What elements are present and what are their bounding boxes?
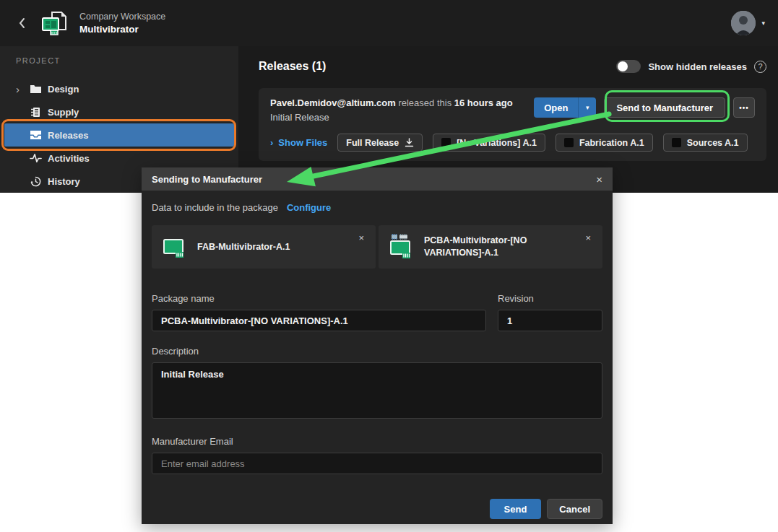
fab-package-card: FAB-Multivibrator-A.1 × — [152, 225, 376, 269]
send-button[interactable]: Send — [490, 499, 542, 519]
sidebar-item-releases[interactable]: Releases — [4, 123, 234, 147]
fab-package-name: FAB-Multivibrator-A.1 — [197, 241, 314, 253]
more-actions-button[interactable]: ••• — [733, 97, 755, 118]
help-icon[interactable]: ? — [754, 61, 766, 73]
activity-icon — [29, 152, 42, 164]
manufacturer-email-label: Manufacturer Email — [152, 436, 602, 447]
revision-label: Revision — [498, 293, 602, 304]
package-cards: FAB-Multivibrator-A.1 × — [152, 225, 602, 269]
release-meta: Pavel.Demidov@altium.com released this 1… — [270, 97, 534, 123]
fab-board-icon — [162, 234, 188, 260]
revision-input[interactable] — [498, 310, 602, 331]
dialog-title: Sending to Manufacturer — [152, 174, 596, 185]
manufacturer-email-input[interactable] — [152, 453, 602, 474]
toggle-knob — [618, 61, 628, 71]
chevron-right-icon: › — [270, 137, 273, 148]
open-split-button: Open ▾ — [534, 97, 596, 118]
cancel-button[interactable]: Cancel — [547, 499, 602, 519]
page-header: Releases (1) Show hidden releases ? — [259, 58, 766, 75]
screenshot-stage: Company Workspace Multivibrator ▾ PROJEC… — [0, 0, 778, 532]
release-file-chips: Full Release [No Variations] A.1 Fabrica… — [337, 134, 747, 152]
inbox-icon — [29, 129, 42, 141]
pcba-package-name: PCBA-Multivibrator-[NO VARIATIONS]-A.1 — [424, 235, 592, 259]
show-files-label: Show Files — [278, 137, 327, 148]
no-variations-chip[interactable]: [No Variations] A.1 — [433, 134, 545, 152]
release-actions: Open ▾ Send to Manufacturer ••• — [534, 97, 755, 118]
send-to-manufacturer-button[interactable]: Send to Manufacturer — [604, 97, 725, 118]
sidebar-item-design[interactable]: › Design — [0, 77, 238, 100]
revision-field-group: Revision — [498, 269, 602, 331]
remove-pcba-package-icon[interactable]: × — [585, 232, 591, 243]
back-button[interactable] — [13, 14, 30, 32]
hidden-releases-control: Show hidden releases ? — [616, 60, 766, 73]
package-name-label: Package name — [152, 293, 486, 304]
sidebar-item-label: Releases — [48, 130, 88, 141]
data-include-label: Data to include in the package — [152, 202, 278, 213]
open-button[interactable]: Open — [534, 97, 578, 118]
download-icon — [405, 138, 414, 147]
board-icon — [564, 138, 574, 147]
name-revision-row: Package name Revision — [152, 269, 602, 331]
full-release-chip[interactable]: Full Release — [337, 134, 423, 152]
chip-icon — [29, 106, 42, 118]
pcba-package-card: PCBA-Multivibrator-[NO VARIATIONS]-A.1 × — [379, 225, 602, 269]
sidebar-item-activities[interactable]: Activities — [0, 147, 238, 170]
full-release-label: Full Release — [346, 138, 399, 148]
sources-label: Sources A.1 — [687, 138, 739, 148]
project-icon — [40, 9, 69, 37]
release-description: Initial Release — [270, 112, 534, 123]
board-icon — [672, 138, 681, 147]
workspace-name: Company Workspace — [79, 11, 165, 23]
fabrication-label: Fabrication A.1 — [579, 138, 644, 148]
dialog-header: Sending to Manufacturer × — [142, 167, 613, 191]
show-files-link[interactable]: › Show Files — [270, 137, 327, 148]
board-icon — [441, 138, 451, 147]
sidebar-item-label: Design — [48, 84, 79, 95]
sending-to-manufacturer-dialog: Sending to Manufacturer × Data to includ… — [142, 167, 613, 524]
release-time: 16 hours ago — [454, 97, 513, 108]
release-byline-text: released this — [398, 97, 451, 108]
release-files-row: › Show Files Full Release [No Variations… — [270, 134, 755, 152]
expand-chevron-icon[interactable]: › — [16, 83, 29, 95]
chevron-left-icon — [18, 17, 25, 29]
description-textarea[interactable]: Initial Release — [152, 362, 602, 419]
folder-icon — [29, 83, 42, 95]
app-window: Company Workspace Multivibrator ▾ PROJEC… — [0, 0, 778, 193]
release-card: Pavel.Demidov@altium.com released this 1… — [259, 88, 766, 161]
top-bar: Company Workspace Multivibrator ▾ — [0, 0, 778, 46]
page-title: Releases (1) — [259, 60, 326, 73]
fabrication-chip[interactable]: Fabrication A.1 — [556, 134, 653, 152]
sidebar-item-label: Supply — [48, 107, 79, 118]
dialog-body: Data to include in the package Configure… — [142, 191, 613, 519]
remove-fab-package-icon[interactable]: × — [358, 232, 364, 243]
project-name: Multivibrator — [79, 23, 165, 36]
sidebar-item-label: History — [48, 176, 80, 187]
release-card-header: Pavel.Demidov@altium.com released this 1… — [270, 97, 755, 123]
package-name-input[interactable] — [152, 310, 486, 331]
data-include-row: Data to include in the package Configure — [152, 202, 602, 213]
user-avatar[interactable] — [731, 11, 756, 35]
history-clock-icon — [29, 175, 42, 187]
package-name-field-group: Package name — [152, 269, 486, 331]
avatar-caret-icon[interactable]: ▾ — [761, 19, 765, 27]
sidebar-item-label: Activities — [48, 153, 90, 164]
toggle-label: Show hidden releases — [648, 61, 747, 72]
sidebar-section-label: PROJECT — [0, 56, 238, 68]
dialog-footer: Send Cancel — [152, 499, 602, 519]
close-icon[interactable]: × — [596, 173, 602, 186]
workspace-project-title: Company Workspace Multivibrator — [79, 11, 165, 36]
show-hidden-toggle[interactable] — [616, 60, 641, 73]
release-byline: Pavel.Demidov@altium.com released this 1… — [270, 97, 534, 108]
sources-chip[interactable]: Sources A.1 — [663, 134, 748, 152]
description-label: Description — [152, 346, 602, 357]
open-dropdown-button[interactable]: ▾ — [578, 97, 596, 118]
pcba-board-icon — [389, 234, 415, 260]
no-variations-label: [No Variations] A.1 — [457, 138, 537, 148]
configure-link[interactable]: Configure — [287, 202, 331, 213]
sidebar-item-supply[interactable]: Supply — [0, 100, 238, 123]
release-author: Pavel.Demidov@altium.com — [270, 97, 396, 108]
